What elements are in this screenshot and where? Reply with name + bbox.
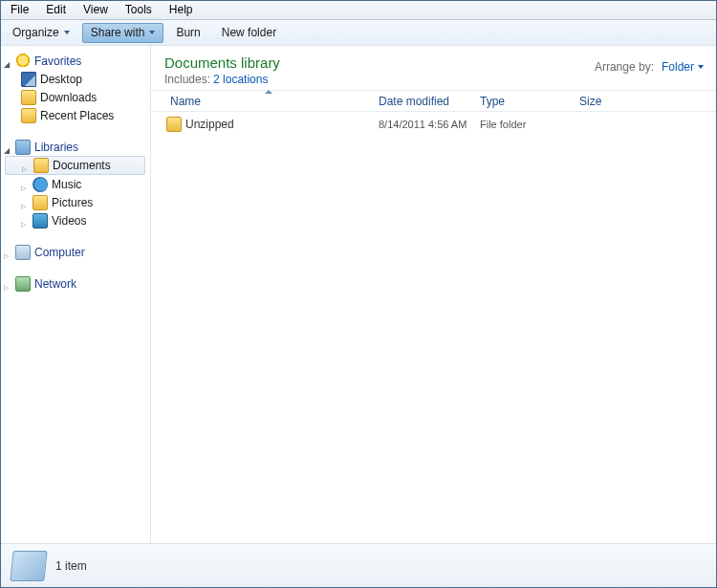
pictures-icon <box>33 195 48 210</box>
chevron-down-icon[interactable] <box>4 56 13 66</box>
sidebar-item-videos[interactable]: Videos <box>2 211 148 229</box>
sidebar-item-desktop[interactable]: Desktop <box>2 70 148 88</box>
organize-button[interactable]: Organize <box>4 23 78 43</box>
chevron-down-icon[interactable] <box>4 142 13 152</box>
file-date: 8/14/2011 4:56 AM <box>373 119 474 130</box>
sidebar-item-music[interactable]: Music <box>2 175 148 193</box>
sidebar-network[interactable]: Network <box>2 274 148 293</box>
menu-tools[interactable]: Tools <box>117 1 161 18</box>
menu-help[interactable]: Help <box>161 1 202 18</box>
chevron-right-icon[interactable] <box>21 216 31 226</box>
sidebar-computer[interactable]: Computer <box>2 243 148 261</box>
sidebar-item-label: Music <box>52 178 81 191</box>
chevron-right-icon[interactable] <box>21 180 31 189</box>
arrange-by-dropdown[interactable]: Folder <box>662 60 704 74</box>
sidebar-network-label: Network <box>34 277 76 291</box>
includes-locations-link[interactable]: 2 locations <box>213 73 268 86</box>
library-icon <box>10 551 47 581</box>
file-type: File folder <box>474 119 574 130</box>
share-with-button[interactable]: Share with <box>82 23 164 43</box>
computer-icon <box>15 245 31 260</box>
file-row[interactable]: Unzipped 8/14/2011 4:56 AM File folder <box>161 114 717 135</box>
music-icon <box>33 177 48 192</box>
sidebar-item-label: Videos <box>52 214 86 228</box>
desktop-icon <box>21 72 36 87</box>
menu-bar: File Edit View Tools Help <box>0 0 717 20</box>
chevron-right-icon[interactable] <box>4 279 13 289</box>
file-name: Unzipped <box>185 118 234 131</box>
details-pane: 1 item <box>0 543 717 588</box>
new-folder-button[interactable]: New folder <box>213 23 285 43</box>
folder-icon <box>166 117 182 132</box>
videos-icon <box>33 213 48 229</box>
menu-file[interactable]: File <box>2 1 37 18</box>
column-date-modified[interactable]: Date modified <box>373 91 474 111</box>
sort-ascending-icon <box>265 90 272 94</box>
library-title: Documents library <box>164 54 595 71</box>
sidebar-libraries-label: Libraries <box>34 141 78 154</box>
column-size[interactable]: Size <box>574 91 717 111</box>
sidebar-item-label: Recent Places <box>40 109 114 122</box>
menu-edit[interactable]: Edit <box>37 1 75 18</box>
sidebar-computer-label: Computer <box>34 246 85 259</box>
file-list[interactable]: Unzipped 8/14/2011 4:56 AM File folder <box>151 112 717 543</box>
sidebar-libraries[interactable]: Libraries <box>2 138 148 156</box>
recent-places-icon <box>21 108 36 123</box>
chevron-right-icon[interactable] <box>4 248 13 257</box>
sidebar-item-documents[interactable]: Documents <box>5 156 145 175</box>
toolbar: Organize Share with Burn New folder <box>0 20 717 46</box>
favorites-icon <box>15 54 31 69</box>
libraries-icon <box>15 140 31 155</box>
column-headers: Name Date modified Type Size <box>151 91 717 112</box>
sidebar-item-label: Pictures <box>52 196 93 209</box>
sidebar-item-downloads[interactable]: Downloads <box>2 88 148 106</box>
menu-view[interactable]: View <box>75 1 117 18</box>
item-count: 1 item <box>55 559 87 573</box>
content-pane: Documents library Includes: 2 locations … <box>151 46 717 543</box>
chevron-right-icon[interactable] <box>21 198 31 207</box>
column-type[interactable]: Type <box>474 91 574 111</box>
sidebar-item-recent-places[interactable]: Recent Places <box>2 106 148 124</box>
documents-icon <box>33 158 49 173</box>
column-name[interactable]: Name <box>164 91 373 111</box>
downloads-icon <box>21 90 36 105</box>
sidebar-favorites-label: Favorites <box>34 54 81 68</box>
network-icon <box>15 276 31 292</box>
sidebar-item-label: Desktop <box>40 73 82 86</box>
navigation-pane: Favorites Desktop Downloads Recent Place… <box>0 46 151 543</box>
chevron-right-icon[interactable] <box>22 161 32 170</box>
sidebar-favorites[interactable]: Favorites <box>2 52 148 70</box>
sidebar-item-label: Documents <box>53 159 111 172</box>
burn-button[interactable]: Burn <box>167 23 208 43</box>
sidebar-item-label: Downloads <box>40 91 97 104</box>
column-name-label: Name <box>170 95 201 108</box>
arrange-by-label: Arrange by: <box>595 60 654 74</box>
sidebar-item-pictures[interactable]: Pictures <box>2 193 148 211</box>
includes-label: Includes: <box>164 73 210 86</box>
